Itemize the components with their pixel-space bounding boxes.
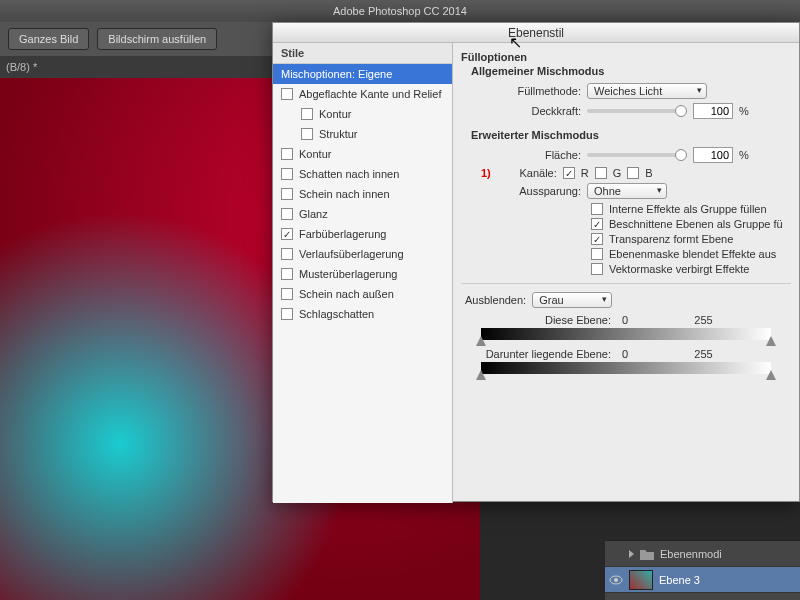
adv-option-1[interactable]: Beschnittene Ebenen als Gruppe fü bbox=[591, 218, 791, 230]
channel-r-checkbox[interactable] bbox=[563, 167, 575, 179]
range-max: 255 bbox=[694, 314, 712, 326]
style-item-8[interactable]: Farbüberlagerung bbox=[273, 224, 452, 244]
style-item-10[interactable]: Musterüberlagerung bbox=[273, 264, 452, 284]
style-item-6[interactable]: Schein nach innen bbox=[273, 184, 452, 204]
style-checkbox[interactable] bbox=[281, 208, 293, 220]
layer-name: Ebene 3 bbox=[659, 574, 700, 586]
adv-label: Transparenz formt Ebene bbox=[609, 233, 733, 245]
layer-thumbnail bbox=[629, 570, 653, 590]
adv-checkbox[interactable] bbox=[591, 233, 603, 245]
opacity-label: Deckkraft: bbox=[481, 105, 581, 117]
style-item-11[interactable]: Schein nach außen bbox=[273, 284, 452, 304]
blend-mode-label: Füllmethode: bbox=[481, 85, 581, 97]
range-max-2: 255 bbox=[694, 348, 712, 360]
opacity-slider[interactable] bbox=[587, 109, 687, 113]
style-checkbox[interactable] bbox=[281, 268, 293, 280]
fill-input[interactable] bbox=[693, 147, 733, 163]
fill-screen-button[interactable]: Bildschirm ausfüllen bbox=[97, 28, 217, 50]
toggle-visibility-icon[interactable] bbox=[609, 573, 623, 587]
adv-option-3[interactable]: Ebenenmaske blendet Effekte aus bbox=[591, 248, 791, 260]
tab-label: (B/8) * bbox=[6, 61, 37, 73]
style-checkbox[interactable] bbox=[301, 128, 313, 140]
style-label: Musterüberlagerung bbox=[299, 268, 397, 280]
range-min: 0 bbox=[622, 314, 628, 326]
adv-checkbox[interactable] bbox=[591, 263, 603, 275]
fill-opacity-label: Fläche: bbox=[481, 149, 581, 161]
layer-row[interactable]: Ebene 3 bbox=[605, 567, 800, 593]
adv-option-4[interactable]: Vektormaske verbirgt Effekte bbox=[591, 263, 791, 275]
style-item-1[interactable]: Abgeflachte Kante und Relief bbox=[273, 84, 452, 104]
style-checkbox[interactable] bbox=[281, 148, 293, 160]
underlying-layer-label: Darunter liegende Ebene: bbox=[461, 348, 611, 360]
layer-style-dialog: ↖ Ebenenstil Stile Mischoptionen: Eigene… bbox=[272, 22, 800, 502]
style-label: Struktur bbox=[319, 128, 358, 140]
app-title-bar: Adobe Photoshop CC 2014 bbox=[0, 0, 800, 22]
annotation-marker: 1) bbox=[481, 167, 491, 179]
style-item-9[interactable]: Verlaufsüberlagerung bbox=[273, 244, 452, 264]
toggle-visibility-icon[interactable] bbox=[609, 547, 623, 561]
app-title: Adobe Photoshop CC 2014 bbox=[333, 5, 467, 17]
style-item-5[interactable]: Schatten nach innen bbox=[273, 164, 452, 184]
style-label: Glanz bbox=[299, 208, 328, 220]
general-blend-title: Allgemeiner Mischmodus bbox=[471, 65, 791, 77]
this-layer-slider[interactable] bbox=[481, 328, 771, 340]
adv-label: Vektormaske verbirgt Effekte bbox=[609, 263, 749, 275]
adv-label: Interne Effekte als Gruppe füllen bbox=[609, 203, 767, 215]
style-checkbox[interactable] bbox=[281, 248, 293, 260]
style-checkbox[interactable] bbox=[281, 88, 293, 100]
style-item-12[interactable]: Schlagschatten bbox=[273, 304, 452, 324]
this-layer-label: Diese Ebene: bbox=[461, 314, 611, 326]
style-item-7[interactable]: Glanz bbox=[273, 204, 452, 224]
blend-mode-select[interactable]: Weiches Licht bbox=[587, 83, 707, 99]
layers-panel: Ebenenmodi Ebene 3 bbox=[605, 540, 800, 600]
underlying-layer-slider[interactable] bbox=[481, 362, 771, 374]
svg-point-1 bbox=[614, 578, 618, 582]
style-label: Kontur bbox=[299, 148, 331, 160]
adv-checkbox[interactable] bbox=[591, 248, 603, 260]
channel-g-checkbox[interactable] bbox=[595, 167, 607, 179]
style-item-3[interactable]: Struktur bbox=[273, 124, 452, 144]
fill-slider[interactable] bbox=[587, 153, 687, 157]
style-checkbox[interactable] bbox=[281, 168, 293, 180]
knockout-select[interactable]: Ohne bbox=[587, 183, 667, 199]
adv-label: Beschnittene Ebenen als Gruppe fü bbox=[609, 218, 783, 230]
style-checkbox[interactable] bbox=[281, 188, 293, 200]
style-options: Fülloptionen Allgemeiner Mischmodus Füll… bbox=[453, 43, 799, 503]
fit-screen-button[interactable]: Ganzes Bild bbox=[8, 28, 89, 50]
style-item-2[interactable]: Kontur bbox=[273, 104, 452, 124]
blendif-select[interactable]: Grau bbox=[532, 292, 612, 308]
style-item-4[interactable]: Kontur bbox=[273, 144, 452, 164]
style-label: Mischoptionen: Eigene bbox=[281, 68, 392, 80]
opacity-input[interactable] bbox=[693, 103, 733, 119]
knockout-label: Aussparung: bbox=[481, 185, 581, 197]
style-label: Kontur bbox=[319, 108, 351, 120]
channels-label: Kanäle: bbox=[501, 167, 557, 179]
layer-group-name: Ebenenmodi bbox=[660, 548, 722, 560]
adv-option-0[interactable]: Interne Effekte als Gruppe füllen bbox=[591, 203, 791, 215]
channel-b-checkbox[interactable] bbox=[627, 167, 639, 179]
style-checkbox[interactable] bbox=[301, 108, 313, 120]
range-min-2: 0 bbox=[622, 348, 628, 360]
style-item-0[interactable]: Mischoptionen: Eigene bbox=[273, 64, 452, 84]
style-label: Abgeflachte Kante und Relief bbox=[299, 88, 442, 100]
layer-group-row[interactable]: Ebenenmodi bbox=[605, 541, 800, 567]
style-label: Farbüberlagerung bbox=[299, 228, 386, 240]
blendif-label: Ausblenden: bbox=[465, 294, 526, 306]
style-checkbox[interactable] bbox=[281, 308, 293, 320]
style-label: Schein nach innen bbox=[299, 188, 390, 200]
disclosure-icon[interactable] bbox=[629, 550, 634, 558]
style-label: Verlaufsüberlagerung bbox=[299, 248, 404, 260]
adv-checkbox[interactable] bbox=[591, 218, 603, 230]
style-label: Schein nach außen bbox=[299, 288, 394, 300]
style-checkbox[interactable] bbox=[281, 228, 293, 240]
advanced-blend-title: Erweiterter Mischmodus bbox=[471, 129, 791, 141]
percent-label: % bbox=[739, 105, 749, 117]
folder-icon bbox=[640, 548, 654, 560]
fill-options-title: Fülloptionen bbox=[461, 51, 791, 63]
adv-checkbox[interactable] bbox=[591, 203, 603, 215]
style-label: Schlagschatten bbox=[299, 308, 374, 320]
style-checkbox[interactable] bbox=[281, 288, 293, 300]
adv-label: Ebenenmaske blendet Effekte aus bbox=[609, 248, 776, 260]
percent-label-2: % bbox=[739, 149, 749, 161]
adv-option-2[interactable]: Transparenz formt Ebene bbox=[591, 233, 791, 245]
